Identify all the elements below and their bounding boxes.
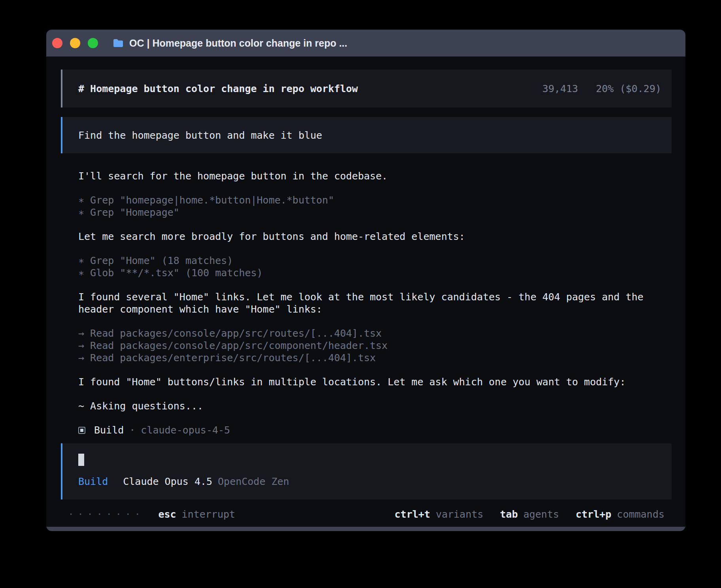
close-button[interactable] bbox=[52, 38, 62, 48]
shortcut-key: tab bbox=[500, 509, 518, 520]
shortcut-label: agents bbox=[523, 509, 559, 520]
text-cursor bbox=[78, 454, 84, 466]
window-title-group: OC | Homepage button color change in rep… bbox=[113, 38, 347, 49]
context-usage: 20% ($0.29) bbox=[596, 83, 661, 94]
shortcut-key-esc: esc bbox=[158, 509, 176, 520]
tool-call-line: ∗ Glob "**/*.tsx" (100 matches) bbox=[78, 267, 672, 279]
folder-icon bbox=[113, 38, 124, 48]
window-title: OC | Homepage button color change in rep… bbox=[129, 38, 347, 49]
status-bar-left: ········ esc interrupt bbox=[68, 509, 235, 520]
terminal-content: # Homepage button color change in repo w… bbox=[46, 57, 685, 527]
shortcut-key: ctrl+p bbox=[576, 509, 611, 520]
agent-name: Build bbox=[94, 424, 124, 436]
assistant-paragraph: I found "Home" buttons/links in multiple… bbox=[78, 376, 672, 388]
user-message-text: Find the homepage button and make it blu… bbox=[78, 130, 322, 141]
assistant-paragraph: I'll search for the homepage button in t… bbox=[78, 170, 672, 182]
model-provider: OpenCode Zen bbox=[218, 475, 289, 488]
agent-info-line: Build · claude-opus-4-5 bbox=[78, 424, 672, 436]
zoom-button[interactable] bbox=[88, 38, 98, 48]
agent-icon bbox=[78, 427, 85, 434]
minimize-button[interactable] bbox=[70, 38, 80, 48]
working-status-line: ~ Asking questions... bbox=[78, 400, 672, 412]
tool-call-group: ∗ Grep "homepage|home.*button|Home.*butt… bbox=[78, 194, 672, 219]
agent-mode-label: Build bbox=[78, 475, 108, 488]
shortcut-label-interrupt: interrupt bbox=[182, 509, 235, 520]
terminal-window: OC | Homepage button color change in rep… bbox=[46, 30, 685, 531]
tool-call-line: ∗ Grep "homepage|home.*button|Home.*butt… bbox=[78, 194, 672, 206]
shortcut-label: commands bbox=[617, 509, 664, 520]
shortcut-commands: ctrl+p commands bbox=[576, 509, 664, 520]
token-count: 39,413 bbox=[542, 83, 578, 94]
session-stats: 39,413 20% ($0.29) bbox=[542, 83, 661, 94]
shortcut-label: variants bbox=[436, 509, 483, 520]
session-title: # Homepage button color change in repo w… bbox=[78, 83, 358, 94]
traffic-lights bbox=[52, 38, 98, 48]
agent-separator: · bbox=[129, 424, 135, 436]
spinner-dots: ········ bbox=[68, 509, 144, 520]
assistant-response: I'll search for the homepage button in t… bbox=[61, 158, 672, 436]
tool-call-line: → Read packages/console/app/src/routes/[… bbox=[78, 327, 672, 339]
status-bar-right: ctrl+t variants tab agents ctrl+p comman… bbox=[394, 509, 664, 520]
tool-call-group: ∗ Grep "Home" (18 matches) ∗ Glob "**/*.… bbox=[78, 254, 672, 279]
agent-model: claude-opus-4-5 bbox=[141, 424, 230, 436]
assistant-paragraph: I found several "Home" links. Let me loo… bbox=[78, 291, 672, 315]
shortcut-key: ctrl+t bbox=[394, 509, 430, 520]
session-header: # Homepage button color change in repo w… bbox=[61, 70, 672, 107]
prompt-input[interactable]: Build Claude Opus 4.5 OpenCode Zen bbox=[61, 443, 672, 499]
tool-call-line: ∗ Grep "Homepage" bbox=[78, 206, 672, 219]
shortcut-agents: tab agents bbox=[500, 509, 559, 520]
status-bar: ········ esc interrupt ctrl+t variants t… bbox=[61, 501, 672, 527]
model-status-row: Build Claude Opus 4.5 OpenCode Zen bbox=[78, 475, 656, 488]
shortcut-variants: ctrl+t variants bbox=[394, 509, 483, 520]
prompt-text-row[interactable] bbox=[78, 454, 656, 466]
tool-call-line: → Read packages/console/app/src/componen… bbox=[78, 339, 672, 352]
tool-call-line: → Read packages/enterprise/src/routes/[.… bbox=[78, 352, 672, 364]
user-message: Find the homepage button and make it blu… bbox=[61, 117, 672, 153]
model-name: Claude Opus 4.5 bbox=[123, 475, 212, 488]
assistant-paragraph: Let me search more broadly for buttons a… bbox=[78, 230, 672, 243]
tool-call-line: ∗ Grep "Home" (18 matches) bbox=[78, 254, 672, 267]
titlebar[interactable]: OC | Homepage button color change in rep… bbox=[46, 30, 685, 57]
tool-call-group: → Read packages/console/app/src/routes/[… bbox=[78, 327, 672, 364]
